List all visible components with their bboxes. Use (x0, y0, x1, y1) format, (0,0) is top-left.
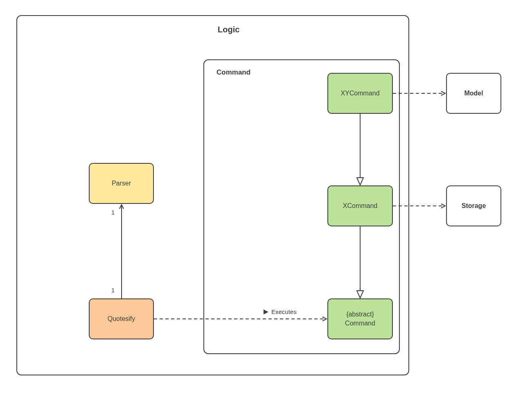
executes-text: Executes (271, 308, 297, 315)
storage-box: Storage (446, 185, 501, 226)
model-box: Model (446, 73, 501, 114)
quotesify-label: Quotesify (108, 315, 135, 323)
xcommand-box: XCommand (327, 185, 393, 226)
xycommand-box: XYCommand (327, 73, 393, 114)
logic-title: Logic (218, 25, 239, 34)
model-label: Model (464, 90, 483, 97)
storage-label: Storage (462, 202, 486, 210)
multiplicity-top: 1 (111, 209, 115, 216)
abstract-line2: Command (345, 320, 375, 327)
executes-label: Executes (263, 308, 297, 315)
xcommand-label: XCommand (343, 202, 377, 210)
multiplicity-bottom: 1 (111, 287, 115, 294)
executes-triangle-icon (263, 309, 269, 315)
xycommand-label: XYCommand (340, 90, 379, 97)
abstract-command-box: {abstract} Command (327, 298, 393, 339)
command-title: Command (216, 68, 250, 77)
abstract-line1: {abstract} (346, 311, 374, 318)
quotesify-box: Quotesify (89, 298, 154, 339)
parser-box: Parser (89, 163, 154, 204)
parser-label: Parser (112, 180, 131, 187)
